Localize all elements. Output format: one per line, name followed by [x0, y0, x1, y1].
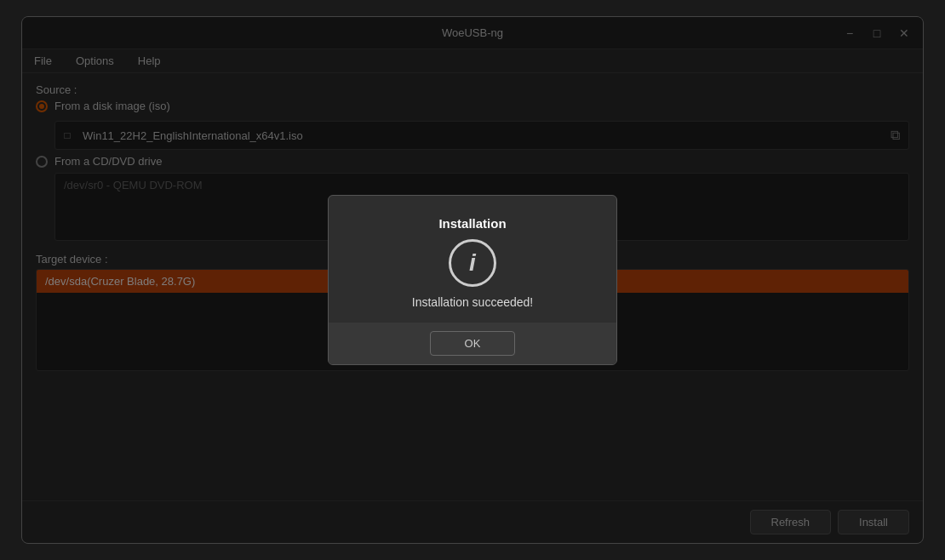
dialog-info-icon: i	[449, 239, 496, 287]
dialog-message: Installation succeeded!	[412, 295, 533, 309]
dialog-footer: OK	[329, 323, 616, 364]
main-window: WoeUSB-ng − □ ✕ File Options Help Source…	[21, 16, 924, 544]
installation-dialog: Installation i Installation succeeded! O…	[328, 195, 617, 365]
dialog-ok-button[interactable]: OK	[430, 331, 516, 356]
dialog-body: Installation i Installation succeeded!	[329, 196, 616, 323]
dialog-title: Installation	[438, 216, 506, 231]
dialog-overlay: Installation i Installation succeeded! O…	[22, 17, 923, 543]
